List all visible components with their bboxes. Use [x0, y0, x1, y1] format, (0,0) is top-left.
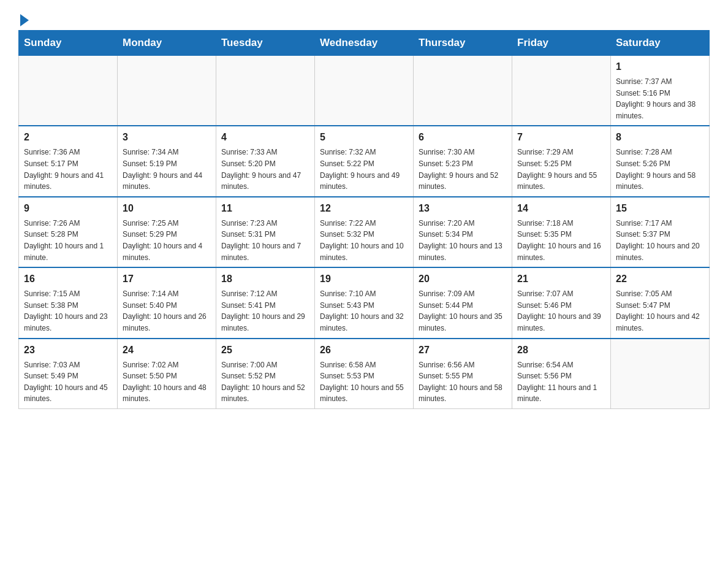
day-info: Sunrise: 7:02 AM Sunset: 5:50 PM Dayligh…: [123, 359, 211, 405]
day-number: 15: [616, 201, 704, 216]
day-number: 22: [616, 272, 704, 286]
calendar-cell: [611, 339, 710, 409]
day-info: Sunrise: 7:25 AM Sunset: 5:29 PM Dayligh…: [123, 218, 211, 263]
day-info: Sunrise: 7:20 AM Sunset: 5:34 PM Dayligh…: [419, 218, 507, 263]
day-info: Sunrise: 7:26 AM Sunset: 5:28 PM Dayligh…: [24, 218, 112, 263]
calendar-cell: [19, 56, 118, 126]
calendar-cell: 4Sunrise: 7:33 AM Sunset: 5:20 PM Daylig…: [216, 126, 315, 196]
day-info: Sunrise: 7:29 AM Sunset: 5:25 PM Dayligh…: [517, 147, 605, 192]
day-number: 25: [221, 343, 309, 358]
day-info: Sunrise: 7:32 AM Sunset: 5:22 PM Dayligh…: [320, 147, 408, 192]
day-info: Sunrise: 7:10 AM Sunset: 5:43 PM Dayligh…: [320, 288, 408, 334]
calendar-cell: 20Sunrise: 7:09 AM Sunset: 5:44 PM Dayli…: [414, 267, 512, 338]
day-info: Sunrise: 7:12 AM Sunset: 5:41 PM Dayligh…: [221, 288, 309, 334]
day-number: 24: [123, 343, 211, 358]
day-info: Sunrise: 7:33 AM Sunset: 5:20 PM Dayligh…: [221, 147, 309, 192]
day-info: Sunrise: 7:18 AM Sunset: 5:35 PM Dayligh…: [517, 218, 605, 263]
calendar-cell: [414, 56, 512, 126]
calendar-cell: 12Sunrise: 7:22 AM Sunset: 5:32 PM Dayli…: [315, 197, 414, 267]
day-info: Sunrise: 7:22 AM Sunset: 5:32 PM Dayligh…: [320, 218, 408, 263]
day-info: Sunrise: 7:37 AM Sunset: 5:16 PM Dayligh…: [616, 76, 704, 121]
calendar-header-wednesday: Wednesday: [315, 31, 414, 56]
logo-arrow-icon: [20, 14, 29, 26]
day-info: Sunrise: 7:03 AM Sunset: 5:49 PM Dayligh…: [24, 359, 112, 405]
calendar-header-row: SundayMondayTuesdayWednesdayThursdayFrid…: [19, 31, 710, 56]
calendar-cell: 22Sunrise: 7:05 AM Sunset: 5:47 PM Dayli…: [611, 267, 710, 338]
day-info: Sunrise: 6:54 AM Sunset: 5:56 PM Dayligh…: [517, 359, 605, 405]
day-info: Sunrise: 7:36 AM Sunset: 5:17 PM Dayligh…: [24, 147, 112, 192]
calendar-cell: [512, 56, 611, 126]
day-info: Sunrise: 7:05 AM Sunset: 5:47 PM Dayligh…: [616, 288, 704, 334]
day-number: 19: [320, 272, 408, 286]
calendar-cell: 18Sunrise: 7:12 AM Sunset: 5:41 PM Dayli…: [216, 267, 315, 338]
day-info: Sunrise: 6:56 AM Sunset: 5:55 PM Dayligh…: [419, 359, 507, 405]
day-info: Sunrise: 7:09 AM Sunset: 5:44 PM Dayligh…: [419, 288, 507, 334]
calendar-cell: 17Sunrise: 7:14 AM Sunset: 5:40 PM Dayli…: [118, 267, 216, 338]
day-number: 28: [517, 343, 605, 358]
logo: [18, 12, 29, 24]
day-number: 18: [221, 272, 309, 286]
calendar-cell: 9Sunrise: 7:26 AM Sunset: 5:28 PM Daylig…: [19, 197, 118, 267]
calendar-cell: 28Sunrise: 6:54 AM Sunset: 5:56 PM Dayli…: [512, 339, 611, 409]
day-number: 17: [123, 272, 211, 286]
calendar-cell: 3Sunrise: 7:34 AM Sunset: 5:19 PM Daylig…: [118, 126, 216, 196]
calendar-header-thursday: Thursday: [414, 31, 512, 56]
day-number: 1: [616, 59, 704, 74]
day-info: Sunrise: 7:28 AM Sunset: 5:26 PM Dayligh…: [616, 147, 704, 192]
day-number: 2: [24, 130, 112, 145]
day-number: 13: [419, 201, 507, 216]
calendar-cell: 23Sunrise: 7:03 AM Sunset: 5:49 PM Dayli…: [19, 339, 118, 409]
calendar-week-row: 23Sunrise: 7:03 AM Sunset: 5:49 PM Dayli…: [19, 339, 710, 409]
day-info: Sunrise: 7:15 AM Sunset: 5:38 PM Dayligh…: [24, 288, 112, 334]
day-number: 6: [419, 130, 507, 145]
calendar-cell: 26Sunrise: 6:58 AM Sunset: 5:53 PM Dayli…: [315, 339, 414, 409]
day-number: 27: [419, 343, 507, 358]
calendar-cell: 16Sunrise: 7:15 AM Sunset: 5:38 PM Dayli…: [19, 267, 118, 338]
header: [18, 12, 710, 24]
calendar-cell: 24Sunrise: 7:02 AM Sunset: 5:50 PM Dayli…: [118, 339, 216, 409]
calendar-week-row: 16Sunrise: 7:15 AM Sunset: 5:38 PM Dayli…: [19, 267, 710, 338]
day-info: Sunrise: 7:00 AM Sunset: 5:52 PM Dayligh…: [221, 359, 309, 405]
calendar-cell: 13Sunrise: 7:20 AM Sunset: 5:34 PM Dayli…: [414, 197, 512, 267]
day-info: Sunrise: 7:07 AM Sunset: 5:46 PM Dayligh…: [517, 288, 605, 334]
day-number: 7: [517, 130, 605, 145]
calendar-week-row: 9Sunrise: 7:26 AM Sunset: 5:28 PM Daylig…: [19, 197, 710, 267]
day-info: Sunrise: 6:58 AM Sunset: 5:53 PM Dayligh…: [320, 359, 408, 405]
calendar-cell: 6Sunrise: 7:30 AM Sunset: 5:23 PM Daylig…: [414, 126, 512, 196]
day-number: 11: [221, 201, 309, 216]
day-number: 23: [24, 343, 112, 358]
calendar-week-row: 2Sunrise: 7:36 AM Sunset: 5:17 PM Daylig…: [19, 126, 710, 196]
day-number: 12: [320, 201, 408, 216]
calendar-header-tuesday: Tuesday: [216, 31, 315, 56]
day-number: 8: [616, 130, 704, 145]
calendar-cell: 25Sunrise: 7:00 AM Sunset: 5:52 PM Dayli…: [216, 339, 315, 409]
calendar-header-friday: Friday: [512, 31, 611, 56]
calendar-cell: 11Sunrise: 7:23 AM Sunset: 5:31 PM Dayli…: [216, 197, 315, 267]
day-number: 3: [123, 130, 211, 145]
calendar-cell: 27Sunrise: 6:56 AM Sunset: 5:55 PM Dayli…: [414, 339, 512, 409]
day-info: Sunrise: 7:23 AM Sunset: 5:31 PM Dayligh…: [221, 218, 309, 263]
day-info: Sunrise: 7:30 AM Sunset: 5:23 PM Dayligh…: [419, 147, 507, 192]
calendar-cell: 2Sunrise: 7:36 AM Sunset: 5:17 PM Daylig…: [19, 126, 118, 196]
calendar-cell: 19Sunrise: 7:10 AM Sunset: 5:43 PM Dayli…: [315, 267, 414, 338]
calendar-cell: [216, 56, 315, 126]
calendar-header-sunday: Sunday: [19, 31, 118, 56]
calendar-cell: 10Sunrise: 7:25 AM Sunset: 5:29 PM Dayli…: [118, 197, 216, 267]
day-number: 14: [517, 201, 605, 216]
calendar-cell: 8Sunrise: 7:28 AM Sunset: 5:26 PM Daylig…: [611, 126, 710, 196]
calendar-cell: [118, 56, 216, 126]
calendar-header-saturday: Saturday: [611, 31, 710, 56]
day-number: 20: [419, 272, 507, 286]
day-info: Sunrise: 7:14 AM Sunset: 5:40 PM Dayligh…: [123, 288, 211, 334]
calendar-cell: 7Sunrise: 7:29 AM Sunset: 5:25 PM Daylig…: [512, 126, 611, 196]
day-number: 9: [24, 201, 112, 216]
day-number: 5: [320, 130, 408, 145]
day-info: Sunrise: 7:17 AM Sunset: 5:37 PM Dayligh…: [616, 218, 704, 263]
day-number: 4: [221, 130, 309, 145]
calendar-table: SundayMondayTuesdayWednesdayThursdayFrid…: [18, 30, 710, 409]
calendar-cell: 21Sunrise: 7:07 AM Sunset: 5:46 PM Dayli…: [512, 267, 611, 338]
calendar-cell: 1Sunrise: 7:37 AM Sunset: 5:16 PM Daylig…: [611, 56, 710, 126]
day-info: Sunrise: 7:34 AM Sunset: 5:19 PM Dayligh…: [123, 147, 211, 192]
calendar-week-row: 1Sunrise: 7:37 AM Sunset: 5:16 PM Daylig…: [19, 56, 710, 126]
calendar-header-monday: Monday: [118, 31, 216, 56]
